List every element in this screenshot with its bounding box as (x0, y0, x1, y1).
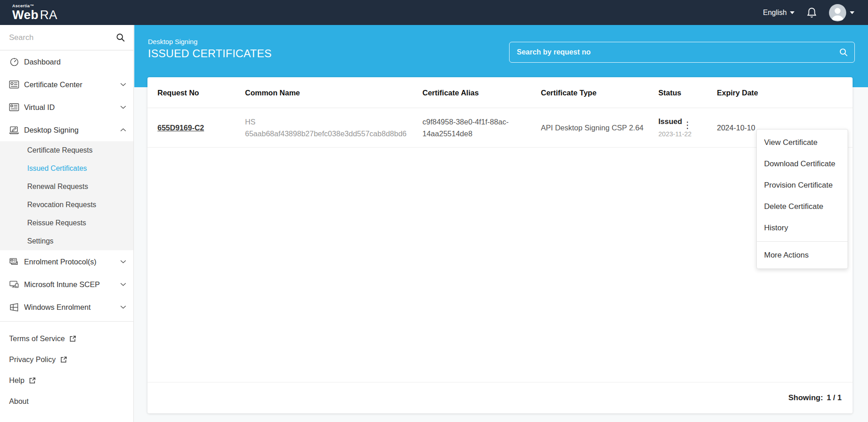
column-header-status: Status (658, 87, 717, 99)
certificate-alias-cell: c9f84958-38e0-4f1f-88ac-14aa25514de8 (422, 116, 541, 139)
sidebar-item-label: Certificate Center (24, 80, 82, 89)
search-icon (116, 33, 125, 42)
chevron-down-icon (120, 105, 126, 109)
enrolment-protocol-icon (9, 258, 19, 266)
page-title: ISSUED CERTIFICATES (148, 47, 272, 60)
desktop-signing-icon (9, 126, 19, 134)
chevron-down-icon (850, 11, 854, 14)
chevron-down-icon (790, 11, 794, 14)
chevron-down-icon (120, 260, 126, 263)
link-terms-of-service[interactable]: Terms of Service (0, 328, 133, 349)
chevron-down-icon (120, 305, 126, 309)
table-footer: Showing: 1 / 1 (147, 382, 853, 413)
sidebar-subitem-certificate-requests[interactable]: Certificate Requests (0, 141, 133, 159)
link-label: Privacy Policy (9, 355, 56, 364)
chevron-up-icon (120, 128, 126, 132)
sidebar-subitem-issued-certificates[interactable]: Issued Certificates (0, 159, 133, 178)
search-icon[interactable] (839, 48, 848, 57)
menu-item-history[interactable]: History (757, 217, 848, 238)
status-value: Issued (658, 115, 703, 127)
request-search (509, 42, 855, 63)
app-logo: Ascertia™ WebRA (12, 4, 58, 21)
issued-certificates-card: Request No Common Name Certificate Alias… (147, 77, 853, 413)
table-header-row: Request No Common Name Certificate Alias… (147, 77, 853, 108)
certificate-type-cell: API Desktop Signing CSP 2.64 (541, 122, 658, 134)
sidebar-item-dashboard[interactable]: Dashboard (0, 50, 133, 73)
column-header-certificate-type: Certificate Type (541, 87, 658, 99)
sidebar-divider (0, 321, 133, 322)
status-date: 2023-11-22 (658, 128, 703, 140)
sidebar-subitem-revocation-requests[interactable]: Revocation Requests (0, 196, 133, 214)
link-about[interactable]: About (0, 391, 133, 412)
desktop-signing-submenu: Certificate Requests Issued Certificates… (0, 141, 133, 250)
sidebar-item-certificate-center[interactable]: Certificate Center (0, 73, 133, 96)
menu-item-delete-certificate[interactable]: Delete Certificate (757, 196, 848, 217)
link-label: Help (9, 376, 25, 385)
sidebar-item-enrolment-protocols[interactable]: Enrolment Protocol(s) (0, 250, 133, 273)
sidebar-item-label: Dashboard (24, 58, 61, 66)
breadcrumb: Desktop Signing (148, 38, 272, 45)
sidebar-item-desktop-signing[interactable]: Desktop Signing (0, 119, 133, 141)
user-menu[interactable] (829, 4, 854, 21)
sidebar-item-windows-enrolment[interactable]: Windows Enrolment (0, 296, 133, 318)
request-no-link[interactable]: 655D9169-C2 (157, 124, 204, 132)
chevron-down-icon (120, 283, 126, 286)
sidebar-item-microsoft-intune-scep[interactable]: Microsoft Intune SCEP (0, 273, 133, 296)
windows-icon (9, 303, 19, 312)
row-actions-kebab-icon[interactable]: ⋮ (683, 122, 692, 128)
showing-label: Showing: (788, 393, 823, 402)
menu-item-view-certificate[interactable]: View Certificate (757, 132, 848, 153)
request-search-input[interactable] (510, 42, 854, 62)
column-header-request-no: Request No (157, 87, 245, 99)
column-header-common-name: Common Name (245, 87, 422, 99)
sidebar-item-label: Microsoft Intune SCEP (24, 280, 100, 289)
menu-item-provision-certificate[interactable]: Provision Certificate (757, 174, 848, 196)
showing-value: 1 / 1 (827, 393, 842, 402)
sidebar-subitem-reissue-requests[interactable]: Reissue Requests (0, 214, 133, 232)
link-label: Terms of Service (9, 334, 65, 343)
sidebar: Dashboard Certificate Center Virtual ID (0, 25, 134, 422)
link-label: About (9, 397, 29, 406)
chevron-down-icon (120, 83, 126, 86)
sidebar-item-label: Virtual ID (24, 103, 55, 112)
certificate-icon (9, 80, 19, 89)
product-name: WebRA (12, 8, 58, 22)
gauge-icon (9, 57, 19, 67)
sidebar-search-input[interactable] (0, 25, 133, 50)
top-bar: Ascertia™ WebRA English (0, 0, 868, 25)
menu-item-more-actions[interactable]: More Actions (757, 244, 848, 266)
notifications-bell-icon[interactable] (806, 7, 817, 19)
common-name-cell: HS 65aab68af43898b27befc038e3dd557cab8d8… (245, 116, 422, 139)
sidebar-subitem-settings[interactable]: Settings (0, 232, 133, 250)
company-name: Ascertia™ (12, 4, 58, 8)
language-selector[interactable]: English (763, 9, 794, 17)
external-link-icon (69, 335, 76, 342)
sidebar-item-label: Enrolment Protocol(s) (24, 258, 97, 266)
table-row: 655D9169-C2 HS 65aab68af43898b27befc038e… (147, 108, 853, 148)
column-header-expiry-date: Expiry Date (717, 87, 830, 99)
external-link-icon (29, 377, 36, 384)
link-privacy-policy[interactable]: Privacy Policy (0, 349, 133, 370)
sidebar-item-label: Windows Enrolment (24, 303, 91, 312)
external-link-icon (60, 356, 67, 363)
column-header-certificate-alias: Certificate Alias (422, 87, 541, 99)
sidebar-item-virtual-id[interactable]: Virtual ID (0, 96, 133, 119)
menu-item-download-certificate[interactable]: Download Certificate (757, 153, 848, 174)
row-actions-menu: View Certificate Download Certificate Pr… (756, 129, 848, 269)
avatar (829, 4, 846, 21)
sidebar-subitem-renewal-requests[interactable]: Renewal Requests (0, 178, 133, 196)
devices-icon (9, 280, 19, 289)
sidebar-search (0, 25, 133, 50)
menu-divider (757, 241, 848, 242)
link-help[interactable]: Help (0, 370, 133, 391)
id-card-icon (9, 103, 19, 111)
language-label: English (763, 9, 787, 17)
sidebar-item-label: Desktop Signing (24, 126, 78, 134)
